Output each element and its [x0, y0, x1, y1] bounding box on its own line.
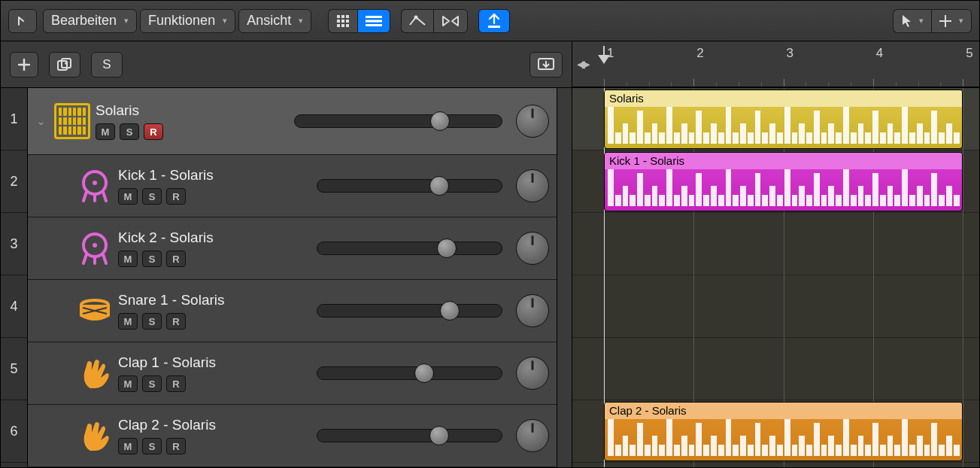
mute-button[interactable]: M	[118, 438, 138, 454]
track-header-bar: S ◀▶ 12345	[1, 41, 979, 88]
kick-icon	[71, 168, 118, 204]
grid-view-button[interactable]	[328, 9, 357, 33]
track-name[interactable]: Solaris	[96, 102, 284, 119]
mute-button[interactable]: M	[118, 188, 138, 205]
solo-button[interactable]: S	[142, 313, 162, 330]
volume-slider[interactable]	[317, 429, 502, 442]
automation-button[interactable]	[401, 9, 433, 33]
record-button[interactable]: R	[166, 375, 186, 392]
region-name: Solaris	[605, 90, 962, 107]
svg-rect-5	[346, 20, 349, 23]
volume-slider[interactable]	[294, 114, 502, 128]
clap-icon	[71, 355, 118, 391]
arrange-area[interactable]: SolarisKick 1 - SolarisClap 2 - Solaris	[572, 88, 979, 467]
track-name[interactable]: Kick 2 - Solaris	[118, 229, 306, 246]
track-name[interactable]: Clap 2 - Solaris	[118, 417, 306, 433]
record-button[interactable]: R	[166, 251, 186, 267]
cycle-locator-icon[interactable]: ◀▶	[577, 58, 587, 70]
chevron-down-icon: ▾	[959, 16, 963, 26]
track-header-list: ⌄SolarisMSRKick 1 - SolarisMSRKick 2 - S…	[28, 88, 557, 467]
track-number[interactable]: 3	[1, 213, 27, 275]
arrange-row[interactable]	[572, 275, 979, 338]
add-track-button[interactable]	[10, 52, 38, 77]
track-name[interactable]: Clap 1 - Solaris	[118, 354, 306, 371]
svg-rect-1	[341, 15, 344, 18]
svg-rect-10	[366, 20, 382, 22]
region[interactable]: Clap 2 - Solaris	[604, 402, 963, 461]
volume-slider[interactable]	[317, 366, 502, 380]
list-view-button[interactable]	[357, 9, 390, 33]
region[interactable]: Solaris	[604, 90, 963, 149]
track-number[interactable]: 4	[1, 275, 27, 338]
pan-knob[interactable]	[516, 169, 549, 202]
pan-knob[interactable]	[516, 357, 549, 390]
mute-button[interactable]: M	[118, 375, 138, 392]
pan-knob[interactable]	[516, 232, 549, 265]
volume-slider[interactable]	[317, 304, 502, 318]
track-header[interactable]: Clap 2 - SolarisMSR	[28, 405, 557, 467]
duplicate-track-button[interactable]	[49, 52, 80, 77]
track-name[interactable]: Kick 1 - Solaris	[118, 167, 306, 184]
solo-button[interactable]: S	[142, 375, 162, 392]
track-number[interactable]: 1	[1, 88, 27, 150]
main-toolbar: Bearbeiten▾Funktionen▾Ansicht▾ ▾	[1, 1, 979, 41]
arrange-row[interactable]	[572, 338, 979, 400]
svg-rect-13	[488, 26, 500, 28]
record-button[interactable]: R	[166, 188, 186, 205]
solo-button[interactable]: S	[120, 123, 139, 140]
chevron-down-icon: ▾	[124, 16, 129, 26]
track-header-main[interactable]: ⌄SolarisMSR	[28, 88, 557, 155]
import-bounce-button[interactable]	[529, 52, 563, 77]
region[interactable]: Kick 1 - Solaris	[604, 152, 963, 211]
pan-knob[interactable]	[516, 105, 549, 138]
pan-knob[interactable]	[516, 419, 549, 452]
track-number[interactable]: 5	[1, 338, 27, 400]
playhead-marker[interactable]	[598, 55, 610, 64]
mute-button[interactable]: M	[118, 251, 138, 267]
record-button[interactable]: R	[144, 123, 163, 140]
back-up-button[interactable]	[8, 9, 37, 33]
chevron-down-icon: ▾	[299, 16, 303, 26]
ruler-mark: 2	[696, 46, 703, 61]
kick-icon	[71, 230, 118, 266]
timeline-ruler[interactable]: ◀▶ 12345	[572, 41, 979, 87]
disclosure-triangle[interactable]: ⌄	[32, 116, 49, 127]
global-solo-button[interactable]: S	[91, 52, 123, 77]
track-name[interactable]: Snare 1 - Solaris	[118, 292, 306, 308]
svg-rect-4	[341, 20, 344, 23]
menu-edit[interactable]: Bearbeiten▾	[43, 9, 137, 33]
record-button[interactable]: R	[166, 313, 186, 330]
arrange-row[interactable]	[572, 213, 979, 275]
flex-button[interactable]	[433, 9, 468, 33]
solo-button[interactable]: S	[142, 251, 162, 267]
pan-knob[interactable]	[516, 294, 549, 327]
mute-button[interactable]: M	[96, 123, 115, 140]
snare-icon	[71, 293, 118, 329]
catch-playhead-button[interactable]	[478, 9, 510, 33]
solo-button[interactable]: S	[142, 438, 162, 454]
track-header[interactable]: Snare 1 - SolarisMSR	[28, 280, 557, 342]
chevron-down-icon: ▾	[223, 16, 227, 26]
solo-button[interactable]: S	[142, 188, 162, 205]
track-number[interactable]: 6	[1, 400, 27, 463]
svg-rect-6	[337, 24, 340, 27]
region-name: Kick 1 - Solaris	[605, 153, 962, 169]
svg-rect-2	[346, 15, 349, 18]
pointer-tool-button[interactable]: ▾	[893, 9, 931, 33]
menu-view[interactable]: Ansicht▾	[238, 9, 311, 33]
svg-rect-11	[366, 24, 382, 26]
menu-functions[interactable]: Funktionen▾	[140, 9, 235, 33]
track-number[interactable]: 2	[1, 150, 27, 213]
svg-point-20	[93, 243, 97, 248]
secondary-tool-button[interactable]: ▾	[931, 9, 972, 33]
mute-button[interactable]: M	[118, 313, 138, 330]
track-number-column: 123456	[1, 88, 28, 467]
track-header[interactable]: Clap 1 - SolarisMSR	[28, 342, 557, 405]
volume-slider[interactable]	[317, 179, 502, 193]
volume-slider[interactable]	[317, 242, 502, 255]
track-header[interactable]: Kick 2 - SolarisMSR	[28, 217, 557, 280]
chevron-down-icon: ▾	[919, 16, 924, 26]
svg-rect-0	[337, 15, 340, 18]
record-button[interactable]: R	[166, 438, 186, 454]
track-header[interactable]: Kick 1 - SolarisMSR	[28, 155, 557, 217]
